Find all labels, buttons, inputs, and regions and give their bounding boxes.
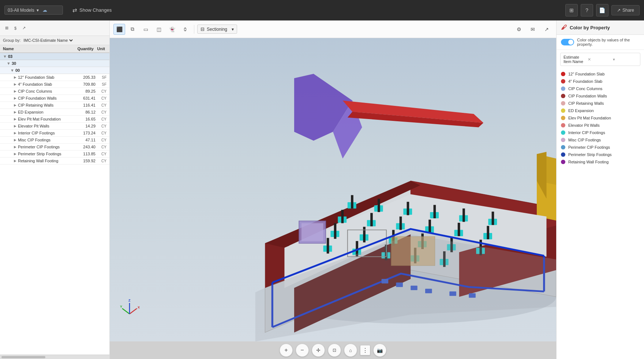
question-button[interactable]: ? <box>581 4 593 16</box>
legend-label: Elevator Pit Walls <box>568 123 600 127</box>
split-view-button[interactable]: ⧉ <box>127 24 138 35</box>
sheet-view-button[interactable]: ▭ <box>140 24 151 35</box>
row-unit: CY <box>96 159 106 163</box>
color-by-property-toggle[interactable] <box>561 39 574 45</box>
svg-rect-42 <box>407 202 409 215</box>
legend-label: CIP Conc Columns <box>568 86 602 91</box>
toolbar-divider <box>194 25 194 34</box>
zoom-in-button[interactable]: + <box>280 344 293 357</box>
table-row[interactable]: ▶ Elev Pit Mat Foundation 16.65 CY <box>0 116 109 123</box>
row-expand-arrow: ▶ <box>14 131 16 135</box>
table-body: ▼ 03 ▼ 30 ▼ 00 ▶ 12" Foundation Slab 205… <box>0 53 109 355</box>
table-row[interactable]: ▶ Perimeter Strip Footings 113.85 CY <box>0 151 109 158</box>
email-button[interactable]: ✉ <box>527 24 539 35</box>
legend-color-dot <box>561 108 565 113</box>
table-row[interactable]: ▶ 4" Foundation Slab 709.80 SF <box>0 81 109 88</box>
sectioning-dropdown[interactable]: ⊟ Sectioning ▾ <box>197 25 237 34</box>
row-expand-arrow: ▶ <box>14 103 16 107</box>
table-row[interactable]: ▶ ED Expansion 86.12 CY <box>0 109 109 116</box>
legend-item: Elevator Pit Walls <box>557 122 644 129</box>
table-row[interactable]: ▶ Interior CIP Footings 173.24 CY <box>0 130 109 137</box>
legend-color-dot <box>561 79 565 84</box>
legend-item: Elev Pit Mat Foundation <box>557 114 644 122</box>
row-name: Perimeter Strip Footings <box>18 152 74 156</box>
grid-view-button[interactable]: ⊞ <box>565 4 578 16</box>
show-changes-button[interactable]: ⇄ Show Changes <box>69 5 115 16</box>
scrollbar-thumb <box>1 356 45 358</box>
row-quantity: 14.29 <box>74 124 96 128</box>
layers-button[interactable]: ⧮ <box>179 24 191 35</box>
table-row[interactable]: ▶ 12" Foundation Slab 205.33 SF <box>0 74 109 81</box>
ghost-view-button[interactable]: 👻 <box>166 24 178 35</box>
table-row[interactable]: ▶ CIP Conc Columns 89.25 CY <box>0 88 109 95</box>
export-button[interactable]: ↗ <box>20 24 28 32</box>
clear-property-button[interactable]: ✕ <box>588 57 612 62</box>
legend-label: Interior CIP Footings <box>568 130 605 135</box>
sectioning-label: Sectioning <box>207 27 227 32</box>
row-expand-arrow: ▶ <box>14 117 16 121</box>
row-unit: CY <box>96 152 106 156</box>
group-by-select[interactable]: IMC-CSI-Estimate Name <box>22 38 74 43</box>
col-name-header: Name <box>3 47 68 51</box>
row-unit: CY <box>96 103 106 107</box>
row-expand-arrow: ▶ <box>14 110 16 114</box>
row-unit: CY <box>96 89 106 93</box>
model-select-chevron: ▾ <box>37 8 39 13</box>
svg-rect-41 <box>378 199 380 212</box>
group-row-03[interactable]: ▼ 03 <box>0 53 109 60</box>
horizontal-scrollbar[interactable] <box>0 355 109 359</box>
row-unit: CY <box>96 110 106 114</box>
legend-item: Interior CIP Footings <box>557 129 644 136</box>
legend-label: Perimeter CIP Footings <box>568 145 610 149</box>
table-row[interactable]: ▶ CIP Retaining Walls 116.41 CY <box>0 102 109 109</box>
group-row-00[interactable]: ▼ 00 <box>0 67 109 74</box>
svg-rect-45 <box>492 212 494 225</box>
model-select[interactable]: 03-All Models ▾ ☁ <box>4 5 63 15</box>
table-row[interactable]: ▶ CIP Foundation Walls 631.41 CY <box>0 95 109 102</box>
legend-item: CIP Conc Columns <box>557 85 644 92</box>
table-row[interactable]: ▶ Retaining Wall Footing 159.92 CY <box>0 158 109 164</box>
pan-button[interactable]: ✛ <box>312 344 325 357</box>
home-button[interactable]: ⌂ <box>344 344 357 357</box>
row-expand-arrow: ▶ <box>14 159 16 163</box>
table-row[interactable]: ▶ Misc CIP Footings 47.11 CY <box>0 137 109 144</box>
row-quantity: 16.65 <box>74 117 96 121</box>
legend-color-dot <box>561 145 565 149</box>
svg-line-75 <box>122 308 130 314</box>
link-button[interactable]: ↗ <box>541 24 553 35</box>
row-quantity: 86.12 <box>74 110 96 114</box>
svg-text:X: X <box>138 306 140 309</box>
legend-label: Perimeter Strip Footings <box>568 152 612 157</box>
table-row[interactable]: ▶ Perimeter CIP Footings 243.40 CY <box>0 144 109 151</box>
svg-line-74 <box>130 308 137 314</box>
viewport[interactable]: X Y Z <box>110 38 556 341</box>
document-button[interactable]: 📄 <box>596 4 609 16</box>
settings-button[interactable]: ⚙ <box>513 24 525 35</box>
svg-rect-64 <box>302 223 323 241</box>
legend-color-dot <box>561 138 565 142</box>
legend-label: Misc CIP Footings <box>568 138 601 142</box>
row-name: 12" Foundation Slab <box>18 75 74 79</box>
svg-rect-49 <box>428 220 431 233</box>
floor-view-button[interactable]: ◫ <box>153 24 165 35</box>
svg-rect-52 <box>334 223 337 239</box>
table-icon-button[interactable]: ⊞ <box>3 24 11 32</box>
right-panel-title: Color by Property <box>570 25 610 30</box>
right-panel: 🖌 Color by Property Color objects by val… <box>556 21 644 359</box>
property-selector[interactable]: Estimate Item Name ✕ ▾ <box>560 53 640 66</box>
more-options-button[interactable]: ⋮ <box>360 345 370 355</box>
svg-rect-43 <box>434 205 436 218</box>
property-chevron: ▾ <box>613 57 637 62</box>
row-unit: CY <box>96 96 106 100</box>
row-name: CIP Retaining Walls <box>18 103 74 107</box>
color-toggle-row: Color objects by values of the property. <box>557 35 644 50</box>
currency-button[interactable]: $ <box>12 25 19 32</box>
row-name: Interior CIP Footings <box>18 131 74 135</box>
screenshot-button[interactable]: 📷 <box>373 344 386 357</box>
table-row[interactable]: ▶ Elevator Pit Walls 14.29 CY <box>0 123 109 130</box>
fit-button[interactable]: ⊡ <box>328 344 341 357</box>
3d-view-button[interactable]: ⬛ <box>113 24 125 35</box>
group-row-30[interactable]: ▼ 30 <box>0 60 109 67</box>
zoom-out-button[interactable]: − <box>296 344 309 357</box>
share-button[interactable]: ↗ Share <box>611 5 640 15</box>
